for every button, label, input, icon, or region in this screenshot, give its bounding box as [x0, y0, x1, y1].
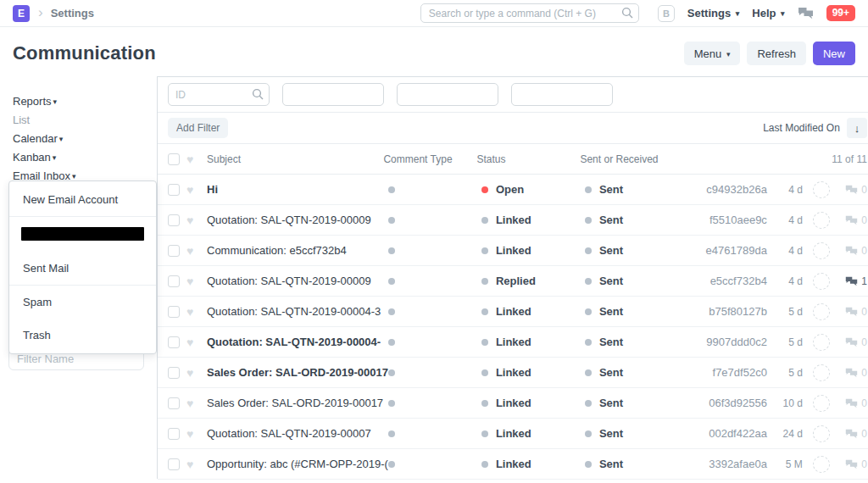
table-row[interactable]: ♥ Hi Open Sent c94932b26a 4 d 0	[158, 175, 868, 205]
chevron-down-icon: ▾	[59, 135, 64, 143]
breadcrumb[interactable]: Settings	[51, 7, 94, 19]
row-id-link[interactable]: e4761789da	[695, 244, 767, 257]
status-dot	[481, 308, 488, 315]
table-row[interactable]: ♥ Quotation: SAL-QTN-2019-00009 Linked S…	[158, 205, 868, 236]
heart-icon[interactable]: ♥	[186, 245, 200, 257]
row-checkbox[interactable]	[168, 245, 180, 257]
row-subject[interactable]: Sales Order: SAL-ORD-2019-00017	[207, 397, 388, 409]
notification-badge[interactable]: 99+	[826, 5, 855, 21]
select-all-checkbox[interactable]	[168, 153, 180, 165]
heart-icon[interactable]: ♥	[186, 184, 200, 196]
heart-icon[interactable]: ♥	[186, 428, 200, 440]
row-subject[interactable]: Quotation: SAL-QTN-2019-00009	[207, 214, 388, 226]
direction-dot	[585, 278, 592, 285]
table-row[interactable]: ♥ Sales Order: SAL-ORD-2019-00017 Linked…	[158, 388, 868, 419]
direction-dot	[585, 186, 592, 193]
redacted-email-account-item[interactable]	[21, 227, 144, 241]
settings-menu[interactable]: Settings ▾	[687, 7, 739, 19]
row-subject[interactable]: Opportunity: abc (#CRM-OPP-2019-(	[207, 458, 388, 470]
assignee-placeholder	[813, 425, 830, 442]
sort-by-label[interactable]: Last Modified On	[763, 122, 840, 134]
comment-type-dot	[388, 278, 395, 285]
user-avatar[interactable]: B	[658, 5, 675, 22]
direction-cell: Sent	[585, 244, 695, 257]
comment-count: 0	[830, 397, 867, 409]
comment-type-cell	[388, 366, 481, 379]
row-id-link[interactable]: 002df422aa	[695, 427, 767, 440]
menu-item-sent-mail[interactable]: Sent Mail	[9, 252, 156, 285]
row-id-link[interactable]: f7e7df52c0	[695, 366, 767, 379]
menu-item-trash[interactable]: Trash	[9, 319, 156, 352]
row-checkbox[interactable]	[168, 214, 180, 226]
heart-icon[interactable]: ♥	[186, 275, 200, 287]
sidebar-item-calendar[interactable]: Calendar▾	[13, 130, 144, 149]
heart-icon[interactable]: ♥	[186, 367, 200, 379]
table-row[interactable]: ♥ Opportunity: abc (#CRM-OPP-2019-( Link…	[158, 449, 868, 480]
add-filter-button[interactable]: Add Filter	[168, 118, 228, 138]
chat-icon[interactable]	[798, 7, 814, 19]
row-id-link[interactable]: 9907ddd0c2	[695, 336, 767, 348]
table-row[interactable]: ♥ Sales Order: SAL-ORD-2019-00017 Linked…	[158, 358, 868, 388]
row-checkbox[interactable]	[168, 367, 180, 379]
row-id-link[interactable]: f5510aee9c	[695, 214, 767, 226]
menu-item-new-email-account[interactable]: New Email Account	[9, 183, 156, 216]
table-row[interactable]: ♥ Quotation: SAL-QTN-2019-00004-3 Linked…	[158, 297, 868, 327]
heart-icon[interactable]: ♥	[186, 458, 200, 470]
menu-button[interactable]: Menu ▾	[684, 42, 741, 65]
search-input[interactable]	[420, 3, 639, 23]
sort-direction-button[interactable]: ↓	[847, 118, 867, 138]
assignee-placeholder	[813, 212, 830, 229]
row-id-link[interactable]: 06f3d92556	[695, 397, 767, 409]
row-subject[interactable]: Communication: e5ccf732b4	[207, 244, 388, 257]
row-checkbox[interactable]	[168, 397, 180, 409]
chevron-down-icon: ▾	[726, 50, 731, 58]
row-subject[interactable]: Hi	[207, 183, 388, 196]
row-subject[interactable]: Quotation: SAL-QTN-2019-00009	[207, 275, 388, 287]
heart-icon[interactable]: ♥	[186, 214, 200, 226]
heart-icon[interactable]: ♥	[186, 336, 200, 348]
row-subject[interactable]: Quotation: SAL-QTN-2019-00004-3	[207, 305, 388, 318]
refresh-button[interactable]: Refresh	[747, 42, 806, 65]
sidebar-item-list[interactable]: List	[13, 112, 144, 130]
row-checkbox[interactable]	[168, 306, 180, 318]
row-checkbox[interactable]	[168, 336, 180, 348]
row-id-link[interactable]: e5ccf732b4	[695, 275, 767, 287]
help-menu[interactable]: Help ▾	[752, 7, 784, 19]
table-row[interactable]: ♥ Quotation: SAL-QTN-2019-00007 Linked S…	[158, 419, 868, 449]
row-subject[interactable]: Sales Order: SAL-ORD-2019-00017	[207, 366, 388, 379]
direction-dot	[585, 339, 592, 346]
heart-icon[interactable]: ♥	[186, 306, 200, 318]
menu-item-spam[interactable]: Spam	[9, 286, 156, 319]
row-id-link[interactable]: 3392afae0a	[695, 458, 767, 470]
row-checkbox[interactable]	[168, 458, 180, 470]
filter-input-3[interactable]	[397, 83, 498, 106]
row-id-link[interactable]: c94932b26a	[695, 183, 767, 196]
filter-input-2[interactable]	[282, 83, 384, 106]
status-cell: Linked	[481, 427, 585, 440]
breadcrumb-chevron-icon: ›	[38, 4, 43, 21]
chevron-down-icon: ▾	[53, 153, 57, 162]
direction-cell: Sent	[585, 397, 695, 409]
row-checkbox[interactable]	[168, 428, 180, 440]
table-row[interactable]: ♥ Quotation: SAL-QTN-2019-00004- Linked …	[158, 327, 868, 358]
row-subject[interactable]: Quotation: SAL-QTN-2019-00004-	[207, 336, 388, 348]
filter-input-4[interactable]	[511, 83, 613, 106]
row-subject[interactable]: Quotation: SAL-QTN-2019-00007	[207, 427, 388, 440]
sidebar-items: Reports▾ListCalendar▾Kanban▾Email Inbox▾	[13, 93, 144, 186]
heart-icon[interactable]: ♥	[186, 153, 200, 165]
email-inbox-dropdown: New Email AccountSent MailSpamTrash	[8, 180, 157, 354]
sidebar-item-kanban[interactable]: Kanban▾	[13, 149, 144, 168]
navbar-right: B Settings ▾ Help ▾ 99+	[658, 5, 855, 22]
menu-divider	[9, 216, 156, 217]
table-row[interactable]: ♥ Quotation: SAL-QTN-2019-00009 Replied …	[158, 266, 868, 297]
row-id-link[interactable]: b75f80127b	[695, 305, 767, 318]
table-row[interactable]: ♥ Communication: e5ccf732b4 Linked Sent …	[158, 236, 868, 266]
sidebar-item-reports[interactable]: Reports▾	[13, 93, 144, 112]
comment-icon	[845, 246, 858, 256]
row-checkbox[interactable]	[168, 184, 180, 196]
status-cell: Linked	[481, 458, 585, 470]
row-checkbox[interactable]	[168, 275, 180, 287]
new-button[interactable]: New	[813, 42, 855, 65]
heart-icon[interactable]: ♥	[186, 397, 200, 409]
app-logo[interactable]: E	[13, 5, 30, 22]
